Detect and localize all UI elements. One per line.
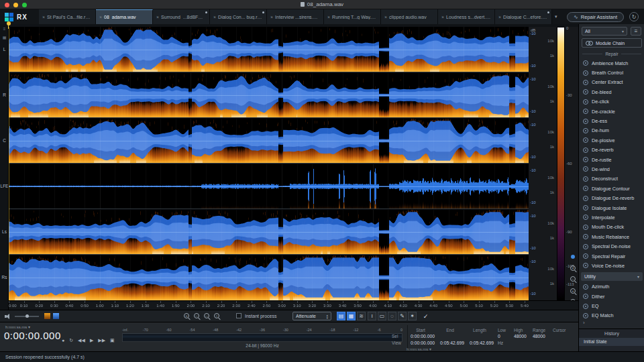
find-similar-button[interactable]: ✓ xyxy=(421,312,430,320)
frequency-value-field[interactable]: 48000 xyxy=(533,334,545,339)
module-filter-dropdown[interactable]: All ▾ xyxy=(582,27,627,36)
speaker-icon[interactable] xyxy=(5,314,11,320)
lasso-selection-button[interactable]: ◌ xyxy=(388,312,396,320)
module-item[interactable]: De-wind xyxy=(579,164,644,174)
module-item[interactable]: Music Rebalance xyxy=(579,232,644,241)
module-item[interactable]: EQ xyxy=(579,301,644,310)
module-item[interactable]: Spectral Repair xyxy=(579,251,644,261)
panel-expand-icon[interactable]: › xyxy=(583,320,585,326)
module-item[interactable]: Deconstruct xyxy=(579,174,644,184)
zoom-vertical-icon[interactable]: ↕ xyxy=(214,313,219,318)
module-item[interactable]: De-rustle xyxy=(579,155,644,164)
waveform-opacity-icon[interactable] xyxy=(53,313,59,319)
vertical-zoom-slider[interactable] xyxy=(571,255,575,259)
file-tab[interactable]: ×Loudness s...dvert.wav xyxy=(438,9,495,24)
spectrogram-display[interactable] xyxy=(9,27,529,300)
zoom-in-frequency-icon[interactable]: + xyxy=(570,288,576,294)
left-rail-layout-icon[interactable]: ▦ xyxy=(1,35,7,40)
module-item[interactable]: De-crackle xyxy=(579,107,644,116)
file-tab[interactable]: ×Interview ...sirens.wav xyxy=(267,9,324,24)
history-item[interactable]: Initial State xyxy=(579,338,644,346)
close-tab-icon[interactable]: × xyxy=(384,15,387,19)
section-header-utility[interactable]: Utility▾ xyxy=(581,272,643,281)
monitor-volume-slider[interactable] xyxy=(15,316,39,317)
spectrogram-opacity-icon[interactable] xyxy=(44,313,50,319)
file-tab[interactable]: ×St Paul's Ca...file.rxdoc xyxy=(39,9,96,24)
file-tab[interactable]: ×Running T...g Way.mp4 xyxy=(324,9,381,24)
module-chain-button[interactable]: Module Chain xyxy=(582,38,642,48)
close-tab-icon[interactable]: × xyxy=(99,15,102,19)
spinner-arrows-icon[interactable]: ▴▾ xyxy=(326,314,328,319)
close-tab-icon[interactable]: × xyxy=(270,15,273,19)
left-rail-menu-icon[interactable]: ≡ xyxy=(1,27,7,31)
frequency-value-field[interactable]: 48000 xyxy=(514,334,527,339)
module-item[interactable]: De-ess xyxy=(579,116,644,125)
frequency-unit-label[interactable]: Hz xyxy=(498,341,503,345)
module-item[interactable]: Azimuth xyxy=(579,282,644,292)
waveform-view-button[interactable]: ≋ xyxy=(357,312,366,320)
round-trip-icon[interactable]: ↻ xyxy=(629,12,639,21)
module-item[interactable]: De-click xyxy=(579,97,644,107)
spectrogram-view-button[interactable]: ▦ xyxy=(347,312,356,320)
close-tab-icon[interactable]: × xyxy=(441,15,444,19)
zoom-out-vertical-icon[interactable]: − xyxy=(570,276,576,282)
selection-value-field[interactable]: 0:05:42.699 xyxy=(436,341,464,345)
module-item[interactable]: Dialogue Isolate xyxy=(579,203,644,213)
module-item[interactable]: De-reverb xyxy=(579,145,644,155)
module-item[interactable]: Mouth De-click xyxy=(579,223,644,232)
module-item[interactable]: Dialogue Contour xyxy=(579,184,644,193)
selection-format-label[interactable]: h:mm:ss.ms ▾ xyxy=(407,347,431,351)
module-item[interactable]: Breath Control xyxy=(579,68,644,77)
zoom-window-button[interactable] xyxy=(22,3,27,7)
module-icon xyxy=(583,137,588,143)
instant-process-checkbox[interactable] xyxy=(236,313,241,318)
module-item-label: Music Rebalance xyxy=(592,234,629,240)
zoom-out-icon[interactable]: − xyxy=(194,313,199,318)
time-selection-button[interactable]: I xyxy=(368,312,376,320)
minimize-window-button[interactable] xyxy=(13,3,18,7)
module-item[interactable]: Interpolate xyxy=(579,213,644,222)
timeline-tick xyxy=(494,301,495,303)
module-item[interactable]: EQ Match xyxy=(579,311,644,319)
module-item[interactable]: De-hum xyxy=(579,126,644,135)
zoom-in-icon[interactable]: + xyxy=(184,313,189,318)
selection-header: Length xyxy=(466,328,494,333)
frequency-value-field[interactable]: 0 xyxy=(498,334,500,339)
module-item[interactable]: Spectral De-noise xyxy=(579,241,644,251)
zoom-horizontal-icon[interactable]: ↔ xyxy=(204,313,209,318)
module-item[interactable]: Ambience Match xyxy=(579,58,644,68)
module-item[interactable]: De-bleed xyxy=(579,87,644,97)
time-frequency-selection-button[interactable]: ▭ xyxy=(378,312,386,320)
brush-selection-button[interactable]: ✎ xyxy=(398,312,407,320)
module-item[interactable]: Voice De-noise xyxy=(579,261,644,270)
close-tab-icon[interactable]: × xyxy=(42,15,45,19)
process-mode-dropdown[interactable]: Attenuate ▴▾ xyxy=(292,312,331,320)
module-item[interactable]: Center Extract xyxy=(579,78,644,87)
close-window-button[interactable] xyxy=(5,3,9,7)
zoom-in-vertical-icon[interactable]: + xyxy=(570,265,576,271)
file-tab[interactable]: ×clipped audio.wav xyxy=(381,9,438,24)
close-tab-icon[interactable]: × xyxy=(156,15,159,19)
combined-view-button[interactable]: ▤ xyxy=(337,312,345,320)
close-tab-icon[interactable]: × xyxy=(213,15,216,19)
selection-value-field[interactable]: 0:00:00.000 xyxy=(407,334,435,339)
window-titlebar[interactable]: 08_adama.wav xyxy=(0,0,644,9)
close-tab-icon[interactable]: × xyxy=(327,15,330,19)
module-item-label: Mouth De-click xyxy=(592,224,624,230)
file-tab[interactable]: ×Surround_...8dBFS.wav xyxy=(153,9,210,24)
module-item[interactable]: De-plosive xyxy=(579,135,644,145)
close-tab-icon[interactable]: × xyxy=(498,15,501,19)
file-tab[interactable]: ×08_adama.wav xyxy=(96,9,153,24)
playhead-marker[interactable] xyxy=(7,21,11,25)
module-item[interactable]: Dither xyxy=(579,292,644,301)
selection-value-field[interactable]: 0:00:00.000 xyxy=(407,341,435,345)
file-tab[interactable]: ×Dialog Con... bug.rxdoc xyxy=(210,9,267,24)
file-tab[interactable]: ×Dialogue C...efore.wav xyxy=(495,9,552,24)
module-list-options-button[interactable]: ≡ xyxy=(631,27,641,36)
magic-wand-button[interactable]: ✶ xyxy=(408,312,417,320)
timeline-ruler[interactable]: 0:000:100:200:300:400:501:001:101:201:30… xyxy=(9,300,529,310)
selection-value-field[interactable]: 0:05:42.699 xyxy=(466,341,494,345)
repair-assistant-button[interactable]: ∿ Repair Assistant xyxy=(567,12,624,22)
module-item[interactable]: Dialogue De-reverb xyxy=(579,193,644,202)
spectrogram-amplitude-legend[interactable] xyxy=(557,27,565,300)
